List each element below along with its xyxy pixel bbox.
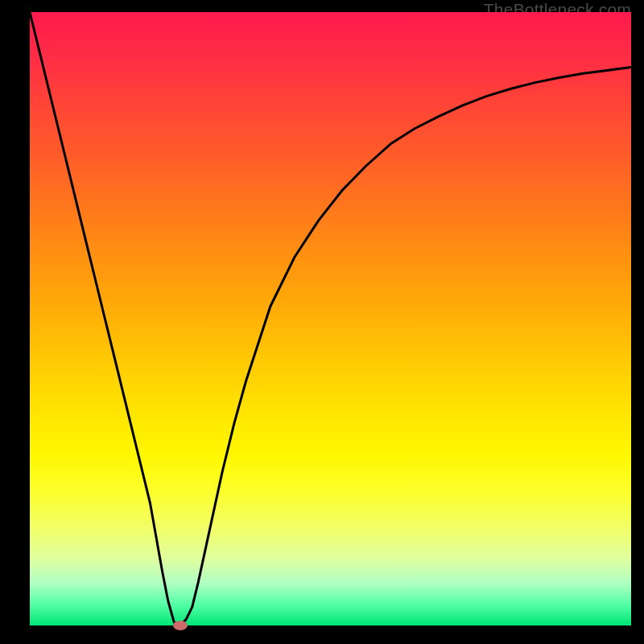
plot-area bbox=[30, 12, 631, 625]
curve-svg bbox=[30, 12, 631, 625]
bottleneck-curve bbox=[30, 12, 631, 625]
chart-frame: TheBottleneck.com bbox=[0, 0, 644, 644]
minimum-marker bbox=[173, 621, 188, 630]
